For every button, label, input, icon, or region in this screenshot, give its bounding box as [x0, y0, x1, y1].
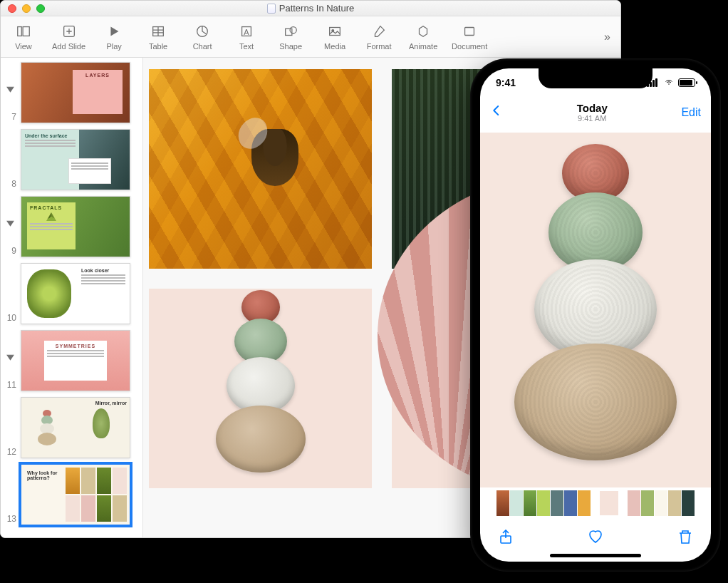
shape-button[interactable]: Shape: [275, 23, 306, 51]
toolbar: View Add Slide Play Table Chart A Text S…: [1, 16, 620, 58]
slide-thumb-11[interactable]: 11 SYMMETRIES: [4, 330, 140, 391]
status-time: 9:41: [496, 77, 516, 88]
svg-point-21: [668, 83, 670, 85]
chart-icon: [194, 23, 211, 40]
media-button[interactable]: Media: [319, 23, 350, 51]
table-icon: [150, 23, 167, 40]
format-icon: [370, 23, 388, 40]
disclosure-triangle[interactable]: [6, 217, 14, 230]
animate-icon: [415, 23, 432, 40]
plus-icon: [61, 23, 78, 40]
add-slide-button[interactable]: Add Slide: [52, 23, 85, 51]
home-indicator[interactable]: [550, 554, 641, 557]
toolbar-overflow-button[interactable]: »: [601, 28, 613, 46]
photo-viewer[interactable]: [480, 133, 711, 487]
wifi-icon: [663, 78, 675, 87]
slide-thumb-8[interactable]: 8 Under the surface: [4, 129, 140, 190]
text-button[interactable]: A Text: [231, 23, 262, 51]
edit-button[interactable]: Edit: [681, 106, 701, 119]
slide-thumb-12[interactable]: 12 Mirror, mirror: [4, 397, 140, 458]
iphone-screen: 9:41 Today 9:41 AM Edit: [480, 68, 711, 562]
svg-text:A: A: [244, 28, 249, 36]
disclosure-triangle[interactable]: [6, 351, 14, 364]
minimize-window-button[interactable]: [22, 4, 31, 13]
notch: [539, 68, 652, 88]
slide-navigator[interactable]: 7 LAYERS 8 Under the surface 9: [1, 58, 143, 537]
chart-button[interactable]: Chart: [187, 23, 218, 51]
svg-rect-17: [465, 28, 474, 36]
photos-toolbar: [480, 522, 711, 554]
format-button[interactable]: Format: [363, 23, 395, 51]
svg-rect-1: [23, 27, 29, 36]
shape-icon: [282, 23, 299, 40]
slide-thumb-10[interactable]: 10 Look closer: [4, 263, 140, 324]
close-window-button[interactable]: [8, 4, 16, 13]
share-button[interactable]: [497, 528, 514, 548]
svg-rect-15: [330, 28, 340, 36]
svg-marker-20: [7, 355, 14, 360]
svg-marker-5: [111, 27, 119, 36]
play-button[interactable]: Play: [98, 23, 130, 51]
delete-button[interactable]: [677, 528, 694, 548]
window-title: Patterns In Nature: [1, 3, 620, 14]
svg-marker-18: [7, 87, 14, 92]
animate-button[interactable]: Animate: [407, 23, 439, 51]
view-icon: [15, 23, 32, 40]
text-icon: A: [238, 23, 255, 40]
svg-rect-0: [18, 27, 22, 36]
canvas-image-urchins[interactable]: [149, 289, 372, 488]
svg-point-14: [290, 27, 296, 33]
document-button[interactable]: Document: [452, 23, 487, 51]
photo-filmstrip[interactable]: [480, 489, 711, 517]
zoom-window-button[interactable]: [36, 4, 45, 13]
slide-thumb-7[interactable]: 7 LAYERS: [4, 62, 140, 123]
titlebar: Patterns In Nature: [1, 1, 620, 16]
play-icon: [105, 23, 123, 40]
window-controls: [8, 4, 45, 13]
view-button[interactable]: View: [8, 23, 39, 51]
table-button[interactable]: Table: [142, 23, 174, 51]
navbar-title: Today 9:41 AM: [577, 103, 608, 123]
document-icon: [267, 4, 276, 14]
back-button[interactable]: [490, 103, 503, 123]
battery-icon: [678, 78, 695, 87]
svg-marker-19: [7, 221, 14, 226]
slide-thumb-13[interactable]: 13 Why look for patterns?: [4, 464, 140, 525]
iphone-device: 9:41 Today 9:41 AM Edit: [470, 58, 721, 572]
favorite-button[interactable]: [587, 528, 604, 548]
canvas-image-honeycomb[interactable]: [149, 69, 372, 269]
disclosure-triangle[interactable]: [6, 83, 14, 96]
window-title-text: Patterns In Nature: [279, 3, 355, 14]
photos-navbar: Today 9:41 AM Edit: [480, 97, 711, 128]
media-icon: [326, 23, 343, 40]
slide-thumb-9[interactable]: 9 FRACTALS: [4, 196, 140, 257]
document-icon: [461, 23, 478, 40]
